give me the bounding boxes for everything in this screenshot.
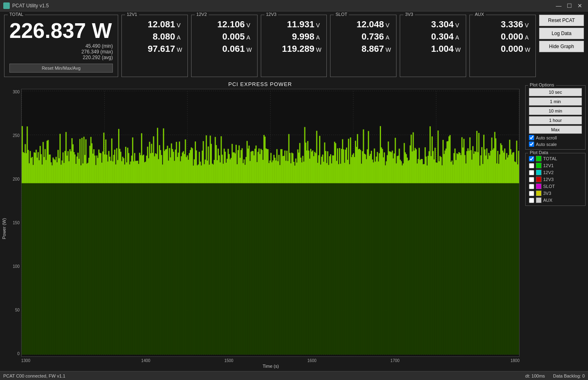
channel-v-unit: V <box>247 22 254 29</box>
time-btn-max[interactable]: Max <box>529 126 582 134</box>
channel-power-12v2: 0.061 <box>222 44 245 54</box>
legend-color-aux <box>536 197 542 203</box>
y-axis-label: Power (W) <box>0 89 8 369</box>
legend-color-slot <box>536 183 542 189</box>
close-button[interactable]: ✕ <box>575 2 585 10</box>
legend-color-12v2 <box>536 170 542 175</box>
channel-current-12v3: 9.998 <box>292 31 314 42</box>
legend-color-12v1 <box>536 163 542 168</box>
hide-graph-button[interactable]: Hide Graph <box>539 41 584 52</box>
x-tick-1300: 1300 <box>21 358 104 363</box>
legend-checkbox-12v1[interactable] <box>529 163 534 168</box>
auto-scroll-checkbox[interactable] <box>529 135 534 140</box>
chart-container: Power (W) 300 250 200 150 100 50 0 <box>0 89 520 369</box>
channel-label-slot: SLOT <box>334 12 349 17</box>
reset-pcat-button[interactable]: Reset PCAT <box>539 15 584 26</box>
channel-box-12v2: 12V2 12.106 V 0.005 A 0.061 W <box>191 15 258 77</box>
minimize-button[interactable]: — <box>554 2 564 10</box>
channel-a-unit: A <box>247 34 254 41</box>
legend-label-12v3: 12V3 <box>543 177 554 182</box>
maximize-button[interactable]: ☐ <box>564 2 574 10</box>
channel-power-row: 0.000 W <box>473 44 532 54</box>
legend-label-slot: SLOT <box>543 184 555 189</box>
channel-v-unit: V <box>177 22 184 29</box>
y-tick-200: 200 <box>13 177 20 181</box>
total-max: 276.349 (max) <box>9 49 113 55</box>
channel-voltage-12v2: 12.106 <box>217 19 244 30</box>
channel-power-row: 0.061 W <box>195 44 254 54</box>
auto-scale-checkbox[interactable] <box>529 141 534 147</box>
channel-current-12v2: 0.005 <box>222 31 245 42</box>
channel-box-aux: AUX 3.336 V 0.000 A 0.000 W <box>469 15 536 77</box>
right-buttons: Reset PCAT Log Data Hide Graph <box>539 15 584 77</box>
legend-color-12v3 <box>536 177 542 182</box>
channel-voltage-row: 3.304 V <box>403 19 462 30</box>
total-avg: 220.292 (avg) <box>9 55 113 60</box>
total-min: 45.490 (min) <box>9 43 113 49</box>
legend-checkbox-total[interactable] <box>529 156 534 161</box>
auto-scale-label: Auto scale <box>536 142 557 147</box>
channel-voltage-aux: 3.336 <box>501 19 523 30</box>
auto-scroll-label: Auto scroll <box>536 135 557 140</box>
legend-checkbox-slot[interactable] <box>529 184 534 189</box>
log-data-button[interactable]: Log Data <box>539 28 584 39</box>
channel-v-unit: V <box>385 22 393 29</box>
channel-power-aux: 0.000 <box>501 44 523 54</box>
y-tick-50: 50 <box>15 308 20 312</box>
legend-checkbox-12v2[interactable] <box>529 170 534 175</box>
legend-checkbox-aux[interactable] <box>529 198 534 203</box>
status-connection: PCAT C00 connected, FW v1.1 <box>3 373 65 378</box>
channel-label-aux: AUX <box>473 12 486 17</box>
reset-minmaxavg-button[interactable]: Reset Min/Max/Avg <box>9 64 113 73</box>
channel-label-12v2: 12V2 <box>195 12 209 17</box>
legend-row-aux: AUX <box>529 197 582 203</box>
y-tick-250: 250 <box>13 133 20 138</box>
channel-w-unit: W <box>316 46 323 53</box>
channel-w-unit: W <box>455 46 462 53</box>
channel-current-12v1: 8.080 <box>153 31 175 42</box>
plot-data-group: Plot Data TOTAL 12V1 12V2 12V3 SLOT 3V3 <box>525 153 586 206</box>
channel-current-row: 0.736 A <box>334 31 393 42</box>
legend-label-3v3: 3V3 <box>543 191 551 196</box>
legend-label-aux: AUX <box>543 198 553 203</box>
legend-row-3v3: 3V3 <box>529 190 582 196</box>
app-title: PCAT Utility v1.5 <box>12 3 49 9</box>
channel-voltage-row: 12.048 V <box>334 19 393 30</box>
time-btn-1min[interactable]: 1 min <box>529 97 582 106</box>
channel-a-unit: A <box>455 34 462 41</box>
legend-checkbox-3v3[interactable] <box>529 191 534 196</box>
channel-power-row: 97.617 W <box>125 44 184 54</box>
time-btn-10min[interactable]: 10 min <box>529 107 582 115</box>
channel-power-slot: 8.867 <box>361 44 384 54</box>
legend-label-12v1: 12V1 <box>543 163 554 168</box>
y-tick-100: 100 <box>13 264 20 269</box>
channel-power-row: 119.289 W <box>264 44 324 54</box>
plot-data-title: Plot Data <box>528 150 550 155</box>
time-btn-1hour[interactable]: 1 hour <box>529 116 582 124</box>
channel-w-unit: W <box>177 46 184 53</box>
chart-svg <box>22 89 519 356</box>
y-tick-0: 0 <box>17 351 20 356</box>
channel-w-unit: W <box>247 46 254 53</box>
x-axis-label: Time (s) <box>21 364 520 369</box>
channel-label-12v3: 12V3 <box>264 12 278 17</box>
channel-power-row: 8.867 W <box>334 44 393 54</box>
legend-row-total: TOTAL <box>529 156 582 161</box>
total-watts: 226.837 W <box>9 19 113 42</box>
legend-checkbox-12v3[interactable] <box>529 177 534 182</box>
channel-v-unit: V <box>455 22 462 29</box>
channel-v-unit: V <box>525 22 532 29</box>
svg-rect-1013 <box>518 183 519 355</box>
channel-power-12v1: 97.617 <box>148 44 175 54</box>
main-area: PCI EXPRESS POWER Power (W) 300 250 200 … <box>0 79 588 371</box>
channel-v-unit: V <box>316 22 323 29</box>
time-btn-10sec[interactable]: 10 sec <box>529 88 582 96</box>
x-tick-1600: 1600 <box>270 358 353 363</box>
channel-current-slot: 0.736 <box>361 31 384 42</box>
chart-plot-area: 300 250 200 150 100 50 0 <box>9 89 520 357</box>
channels-row: 12V1 12.081 V 8.080 A 97.617 W 12V2 12.1… <box>121 15 536 77</box>
chart-inner <box>21 89 520 357</box>
channel-current-row: 0.005 A <box>195 31 254 42</box>
legend-row-slot: SLOT <box>529 183 582 189</box>
channel-w-unit: W <box>385 46 393 53</box>
